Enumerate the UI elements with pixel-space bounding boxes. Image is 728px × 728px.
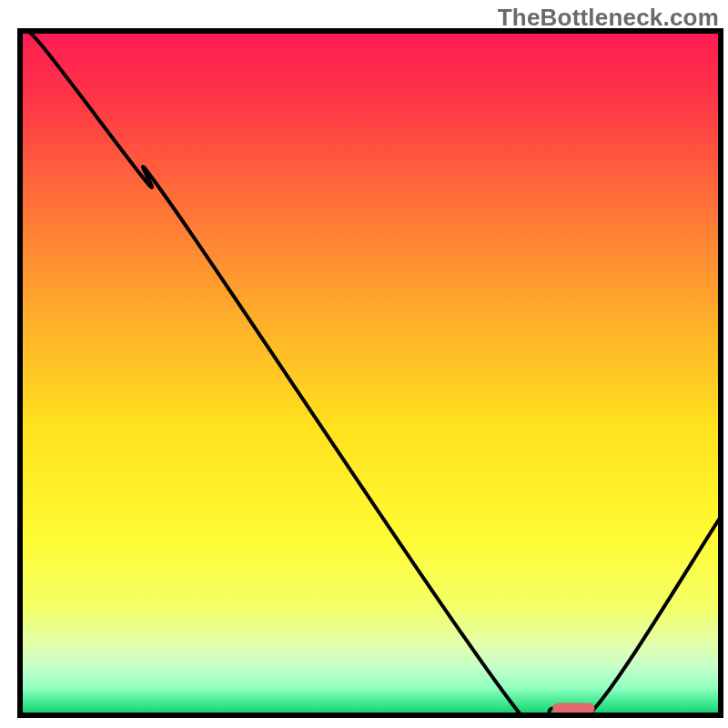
optimal-range-marker (552, 703, 594, 713)
watermark-text: TheBottleneck.com (498, 4, 719, 32)
bottleneck-chart (0, 0, 728, 728)
gradient-background (20, 31, 721, 715)
plot-area (20, 28, 721, 728)
chart-container: TheBottleneck.com (0, 0, 728, 728)
